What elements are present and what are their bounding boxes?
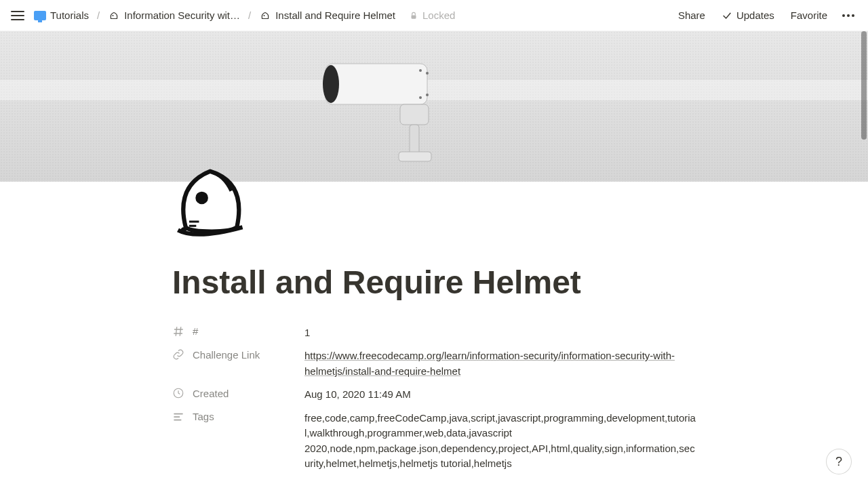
lock-icon <box>409 11 418 20</box>
security-camera-illustration <box>319 43 468 179</box>
property-key: Tags <box>172 411 304 423</box>
property-value-number[interactable]: 1 <box>304 325 696 341</box>
share-button[interactable]: Share <box>673 7 711 24</box>
property-row-tags[interactable]: Tags free,code,camp,freeCodeCamp,java,sc… <box>172 407 696 476</box>
svg-rect-2 <box>411 15 416 18</box>
property-key: Created <box>172 387 304 399</box>
favorite-button[interactable]: Favorite <box>785 7 833 24</box>
svg-rect-17 <box>174 419 181 420</box>
help-button[interactable]: ? <box>826 449 852 474</box>
text-lines-icon <box>172 411 184 423</box>
svg-point-13 <box>181 227 186 232</box>
svg-point-12 <box>195 192 208 205</box>
svg-rect-6 <box>410 125 419 156</box>
locked-indicator: Locked <box>409 9 455 21</box>
topbar-left: Tutorials / Information Security wit… / … <box>9 7 673 24</box>
menu-toggle-button[interactable] <box>9 7 26 24</box>
challenge-link[interactable]: https://www.freecodecamp.org/learn/infor… <box>304 350 675 377</box>
breadcrumb-item-current[interactable]: Install and Require Helmet <box>255 7 399 24</box>
check-icon <box>722 10 732 21</box>
property-key: # <box>172 325 304 338</box>
breadcrumb-label: Install and Require Helmet <box>275 9 395 21</box>
clock-icon <box>172 387 184 399</box>
property-row-number[interactable]: # 1 <box>172 321 696 345</box>
breadcrumb-label: Tutorials <box>50 9 89 21</box>
breadcrumb-separator: / <box>248 9 251 21</box>
scrollbar-thumb[interactable] <box>861 31 867 140</box>
svg-rect-7 <box>399 152 431 161</box>
svg-rect-15 <box>174 413 183 414</box>
svg-point-8 <box>419 69 422 72</box>
page-icon-helmet[interactable] <box>168 157 252 241</box>
hash-icon <box>172 325 184 338</box>
svg-point-4 <box>323 65 339 103</box>
breadcrumb-label: Information Security wit… <box>124 9 240 21</box>
updates-button[interactable]: Updates <box>716 7 780 24</box>
page-scroll-area[interactable]: Install and Require Helmet # 1 Challenge… <box>0 31 868 488</box>
breadcrumb-item-tutorials[interactable]: Tutorials <box>30 7 93 23</box>
cover-image[interactable] <box>0 31 868 182</box>
locked-label: Locked <box>422 9 455 21</box>
property-key: Challenge Link <box>172 348 304 361</box>
property-row-link[interactable]: Challenge Link https://www.freecodecamp.… <box>172 344 696 383</box>
svg-point-10 <box>419 96 422 99</box>
topbar: Tutorials / Information Security wit… / … <box>0 0 868 31</box>
monitor-icon <box>34 11 46 20</box>
svg-point-9 <box>426 72 429 75</box>
svg-rect-5 <box>400 104 429 125</box>
svg-point-0 <box>113 15 114 16</box>
helmet-icon <box>108 9 120 22</box>
breadcrumb-item-parent[interactable]: Information Security wit… <box>104 7 244 24</box>
property-row-created[interactable]: Created Aug 10, 2020 11:49 AM <box>172 383 696 407</box>
svg-rect-16 <box>174 416 180 418</box>
svg-rect-3 <box>326 64 427 104</box>
page-title[interactable]: Install and Require Helmet <box>172 263 696 302</box>
svg-point-11 <box>426 94 429 96</box>
property-value-tags[interactable]: free,code,camp,freeCodeCamp,java,script,… <box>304 411 696 472</box>
more-actions-button[interactable] <box>838 10 859 21</box>
topbar-right: Share Updates Favorite <box>673 7 859 24</box>
svg-point-1 <box>264 15 265 16</box>
property-value-link[interactable]: https://www.freecodecamp.org/learn/infor… <box>304 348 696 379</box>
breadcrumb-separator: / <box>97 9 100 21</box>
property-value-created[interactable]: Aug 10, 2020 11:49 AM <box>304 387 696 403</box>
link-icon <box>172 348 184 361</box>
helmet-icon <box>259 9 271 22</box>
